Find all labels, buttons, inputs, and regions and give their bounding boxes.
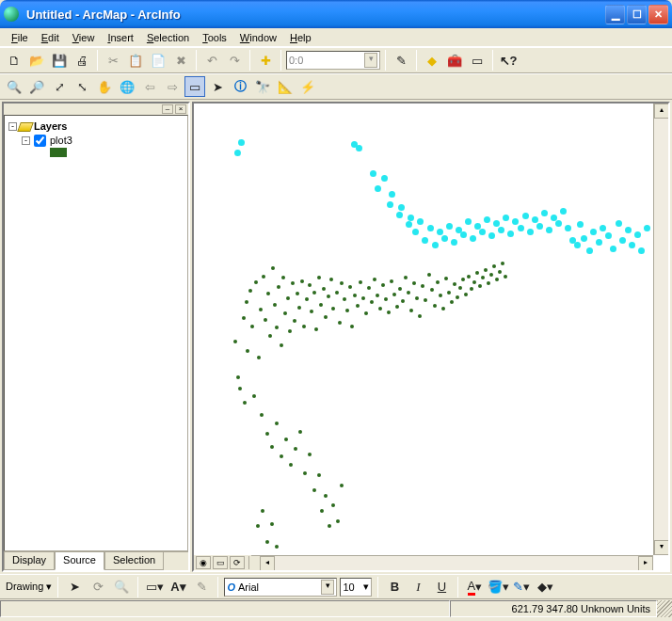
scroll-up-icon[interactable]: ▴ <box>654 104 669 119</box>
scale-combo[interactable]: 0:0 ▾ <box>286 51 380 70</box>
fixed-zoom-out-button[interactable]: ⤡ <box>72 76 92 97</box>
menu-edit[interactable]: Edit <box>36 30 65 45</box>
font-size-combo[interactable]: 10 ▾ <box>340 578 372 597</box>
new-button[interactable]: 🗋 <box>4 50 24 71</box>
edit-vertices-button[interactable]: ✎ <box>191 577 212 597</box>
layer-plot3-checkbox[interactable] <box>34 135 46 147</box>
line-color-button[interactable]: ✎▾ <box>511 577 532 597</box>
data-point <box>243 401 247 405</box>
redo-button[interactable]: ↷ <box>224 50 245 71</box>
prev-extent-button[interactable]: ⇦ <box>139 76 160 97</box>
menu-window[interactable]: Window <box>234 30 282 45</box>
data-point <box>390 279 393 283</box>
delete-button[interactable]: ✖ <box>170 50 191 71</box>
data-point <box>512 218 519 225</box>
fixed-zoom-in-button[interactable]: ⤢ <box>49 76 70 97</box>
expand-plot3-icon[interactable]: - <box>22 136 30 145</box>
bold-button[interactable]: B <box>384 577 405 597</box>
data-view-tab[interactable]: ◉ <box>196 556 211 569</box>
data-point <box>555 220 562 227</box>
data-point <box>409 309 413 312</box>
menu-file[interactable]: File <box>6 30 34 45</box>
scroll-right-icon[interactable]: ▸ <box>638 556 653 571</box>
fill-color-button[interactable]: 🪣▾ <box>488 577 508 597</box>
undo-button[interactable]: ↶ <box>201 50 222 71</box>
data-point <box>271 266 275 270</box>
vertical-scrollbar[interactable]: ▴ ▾ <box>653 104 668 555</box>
underline-button[interactable]: U <box>431 577 452 597</box>
menu-selection[interactable]: Selection <box>141 30 195 45</box>
font-color-button[interactable]: A▾ <box>464 577 485 597</box>
data-point <box>560 208 567 215</box>
rotate-button[interactable]: ⟳ <box>88 577 108 597</box>
select-elements-arrow[interactable]: ➤ <box>64 577 85 597</box>
data-point <box>398 204 405 211</box>
cut-button[interactable]: ✂ <box>103 50 123 71</box>
data-point <box>478 284 482 288</box>
data-point <box>470 287 473 291</box>
identify-button[interactable]: ⓘ <box>230 76 250 97</box>
pan-button[interactable]: ✋ <box>94 76 115 97</box>
zoom-to-selected-button[interactable]: 🔍 <box>111 577 132 597</box>
scroll-down-icon[interactable]: ▾ <box>654 540 669 555</box>
new-rectangle-button[interactable]: ▭▾ <box>144 577 165 597</box>
layout-view-tab[interactable]: ▭ <box>213 556 228 569</box>
print-button[interactable]: 🖨 <box>72 50 92 71</box>
scroll-left-icon[interactable]: ◂ <box>260 556 275 571</box>
toc-tree[interactable]: - Layers - plot3 <box>4 115 188 551</box>
select-features-button[interactable]: ▭ <box>184 76 205 97</box>
font-combo[interactable]: O Arial ▾ <box>224 578 337 597</box>
save-button[interactable]: 💾 <box>49 50 70 71</box>
font-dropdown-icon[interactable]: ▾ <box>321 580 334 595</box>
select-elements-button[interactable]: ➤ <box>207 76 228 97</box>
italic-button[interactable]: I <box>408 577 428 597</box>
layer-plot3-label[interactable]: plot3 <box>50 134 72 148</box>
data-point <box>489 273 493 277</box>
command-line-button[interactable]: ▭ <box>467 50 488 71</box>
toc-close-button[interactable]: × <box>175 104 186 114</box>
data-point <box>600 225 606 231</box>
copy-button[interactable]: 📋 <box>125 50 146 71</box>
marker-color-button[interactable]: ◆▾ <box>535 577 555 597</box>
toc-tab-display[interactable]: Display <box>4 552 55 570</box>
open-button[interactable]: 📂 <box>26 50 47 71</box>
minimize-button[interactable]: ▁ <box>605 5 625 24</box>
close-button[interactable]: ✕ <box>648 5 668 24</box>
data-point <box>265 540 269 544</box>
new-text-button[interactable]: A▾ <box>168 577 188 597</box>
menu-view[interactable]: View <box>67 30 101 45</box>
map-view[interactable]: ▴ ▾ ◉ ▭ ⟳ ◂ ▸ <box>192 102 670 572</box>
add-data-button[interactable]: ✚ <box>255 50 276 71</box>
font-size-dropdown-icon[interactable]: ▾ <box>363 581 369 593</box>
toc-tab-source[interactable]: Source <box>55 552 104 570</box>
status-coordinates: 621.79 347.80 Unknown Units <box>450 600 657 617</box>
find-button[interactable]: 🔭 <box>252 76 273 97</box>
zoom-out-button[interactable]: 🔎 <box>26 76 47 97</box>
data-point <box>275 326 279 329</box>
measure-button[interactable]: 📐 <box>275 76 296 97</box>
whats-this-button[interactable]: ↖? <box>498 50 519 71</box>
data-point <box>320 509 324 513</box>
refresh-view-button[interactable]: ⟳ <box>230 556 245 569</box>
arctoolbox-button[interactable]: 🧰 <box>444 50 465 71</box>
menu-tools[interactable]: Tools <box>197 30 232 45</box>
expand-layers-icon[interactable]: - <box>8 122 17 131</box>
data-point <box>256 524 260 528</box>
full-extent-button[interactable]: 🌐 <box>117 76 137 97</box>
toc-tab-selection[interactable]: Selection <box>104 552 164 570</box>
resize-grip[interactable] <box>657 600 672 617</box>
zoom-in-button[interactable]: 🔍 <box>4 76 24 97</box>
next-extent-button[interactable]: ⇨ <box>162 76 183 97</box>
menu-help[interactable]: Help <box>284 30 317 45</box>
menu-insert[interactable]: Insert <box>102 30 139 45</box>
maximize-button[interactable]: ☐ <box>627 5 647 24</box>
arccatalog-button[interactable]: ◆ <box>422 50 442 71</box>
data-point <box>356 304 360 308</box>
toc-pin-button[interactable]: – <box>162 104 173 114</box>
data-point <box>577 221 584 228</box>
hyperlink-button[interactable]: ⚡ <box>297 76 318 97</box>
editor-toolbar-button[interactable]: ✎ <box>391 50 411 71</box>
data-point <box>343 297 346 301</box>
paste-button[interactable]: 📄 <box>148 50 168 71</box>
scale-dropdown-icon[interactable]: ▾ <box>364 53 377 68</box>
